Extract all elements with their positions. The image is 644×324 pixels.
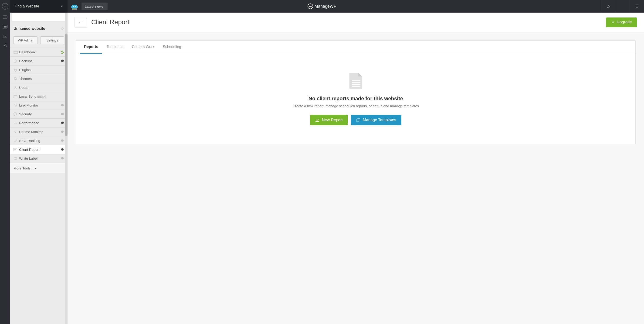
mascot-icon <box>68 2 82 10</box>
site-header: Unnamed website ☆ <box>10 24 68 34</box>
nav-label: Users <box>19 86 64 90</box>
add-website-button[interactable]: + <box>2 3 8 10</box>
svg-point-20 <box>15 86 16 88</box>
upgrade-button[interactable]: Upgrade <box>606 18 637 27</box>
beta-badge: (BETA) <box>37 95 46 98</box>
scrollbar-thumb[interactable] <box>65 34 68 136</box>
svg-point-26 <box>16 140 17 140</box>
rail-websites[interactable] <box>0 22 10 31</box>
tab-templates[interactable]: Templates <box>102 41 128 54</box>
rail-overview[interactable] <box>0 13 10 22</box>
empty-title: No client reports made for this website <box>81 96 631 102</box>
nav-item-white-label[interactable]: White Label <box>10 154 68 163</box>
logo-icon <box>308 4 313 9</box>
nav-label: Plugins <box>19 68 64 72</box>
svg-rect-13 <box>14 51 18 54</box>
gear-icon[interactable] <box>60 157 64 160</box>
nav-item-link-monitor[interactable]: Link Monitor <box>10 101 68 110</box>
nav-label: Uptime Monitor <box>19 130 60 134</box>
nav-label: SEO Ranking <box>19 139 60 143</box>
gear-icon[interactable] <box>60 59 64 63</box>
gear-icon[interactable] <box>60 104 64 107</box>
nav-item-security[interactable]: Security <box>10 110 68 119</box>
find-website-label: Find a Website <box>14 4 39 9</box>
main-header: ← Client Report Upgrade <box>68 13 644 32</box>
nav-item-local-sync[interactable]: Local Sync(BETA) <box>10 92 68 101</box>
nav-item-users[interactable]: Users <box>10 83 68 92</box>
nav-item-seo-ranking[interactable]: SEO Ranking <box>10 136 68 145</box>
caret-up-icon: ▴ <box>35 166 37 170</box>
nav-item-dashboard[interactable]: Dashboard <box>10 48 68 57</box>
document-icon <box>350 73 362 89</box>
content-card: ReportsTemplatesCustom WorkScheduling No… <box>76 40 636 144</box>
tab-scheduling[interactable]: Scheduling <box>158 41 185 54</box>
svg-point-19 <box>15 79 16 80</box>
nav-icon <box>14 104 19 107</box>
refresh-icon[interactable] <box>60 50 64 54</box>
rail-settings[interactable] <box>0 41 10 50</box>
chart-icon <box>315 118 320 122</box>
sidebar-scrollbar[interactable] <box>65 13 68 324</box>
nav-icon <box>14 86 19 90</box>
nav-icon <box>14 77 19 81</box>
page-title: Client Report <box>91 19 129 26</box>
manage-templates-button[interactable]: Manage Templates <box>351 115 401 125</box>
nav-label: Security <box>19 112 60 116</box>
nav-item-performance[interactable]: Performance <box>10 119 68 128</box>
nav-icon <box>14 131 19 133</box>
nav-icon <box>14 157 19 160</box>
nav-item-backups[interactable]: Backups <box>10 57 68 66</box>
gear-icon[interactable] <box>60 139 64 143</box>
svg-point-11 <box>5 36 6 37</box>
empty-state: No client reports made for this website … <box>76 54 636 144</box>
nav-item-plugins[interactable]: Plugins <box>10 66 68 74</box>
sidebar: Unnamed website ☆ WP Admin Settings Dash… <box>10 13 68 324</box>
rail-clients[interactable] <box>0 31 10 41</box>
back-button[interactable]: ← <box>74 17 87 28</box>
nav-label: Client Report <box>19 148 60 152</box>
svg-rect-4 <box>73 9 76 9</box>
nav-icon <box>14 59 19 63</box>
gear-icon[interactable] <box>60 148 64 152</box>
refresh-icon <box>606 4 610 9</box>
refresh-button[interactable] <box>601 0 615 13</box>
svg-rect-32 <box>357 119 359 122</box>
nav-label: Themes <box>19 77 64 81</box>
tab-custom-work[interactable]: Custom Work <box>128 41 158 54</box>
nav-label: Backups <box>19 59 60 63</box>
nav-icon <box>14 68 19 72</box>
main-content: ← Client Report Upgrade ReportsTemplates… <box>68 13 644 324</box>
gear-icon[interactable] <box>60 130 64 134</box>
nav-icon <box>14 51 19 54</box>
wp-admin-button[interactable]: WP Admin <box>14 36 38 44</box>
svg-point-2 <box>75 6 76 7</box>
svg-rect-21 <box>14 96 17 98</box>
topbar-right <box>601 0 644 13</box>
gear-icon[interactable] <box>60 112 64 116</box>
copy-icon <box>356 118 360 122</box>
logo-text: ManageWP <box>314 4 336 9</box>
favorite-button[interactable]: ☆ <box>60 26 64 31</box>
tabs: ReportsTemplatesCustom WorkScheduling <box>76 41 636 54</box>
nav-label: Performance <box>19 121 60 125</box>
svg-rect-10 <box>3 35 7 37</box>
find-website-dropdown[interactable]: Find a Website ▼ <box>10 0 68 13</box>
user-menu-button[interactable] <box>615 0 630 13</box>
settings-button[interactable]: Settings <box>40 36 64 44</box>
more-tools-toggle[interactable]: More Tools... ▴ <box>10 163 68 173</box>
new-report-button[interactable]: New Report <box>310 115 348 125</box>
nav-icon <box>14 121 19 125</box>
bell-icon <box>635 4 639 9</box>
nav-item-client-report[interactable]: Client Report <box>10 145 68 154</box>
gear-icon[interactable] <box>60 121 64 125</box>
nav-item-uptime-monitor[interactable]: Uptime Monitor <box>10 128 68 136</box>
tab-reports[interactable]: Reports <box>80 41 102 54</box>
nav-item-themes[interactable]: Themes <box>10 74 68 83</box>
nav-label: Dashboard <box>19 50 60 54</box>
icon-rail <box>0 13 10 324</box>
arrow-left-icon: ← <box>78 19 83 25</box>
empty-subtitle: Create a new report, manage scheduled re… <box>81 104 631 108</box>
notifications-button[interactable] <box>630 0 644 13</box>
latest-news-button[interactable]: Latest news! <box>82 3 108 10</box>
topbar: + Find a Website ▼ Latest news! ManageWP <box>0 0 644 13</box>
